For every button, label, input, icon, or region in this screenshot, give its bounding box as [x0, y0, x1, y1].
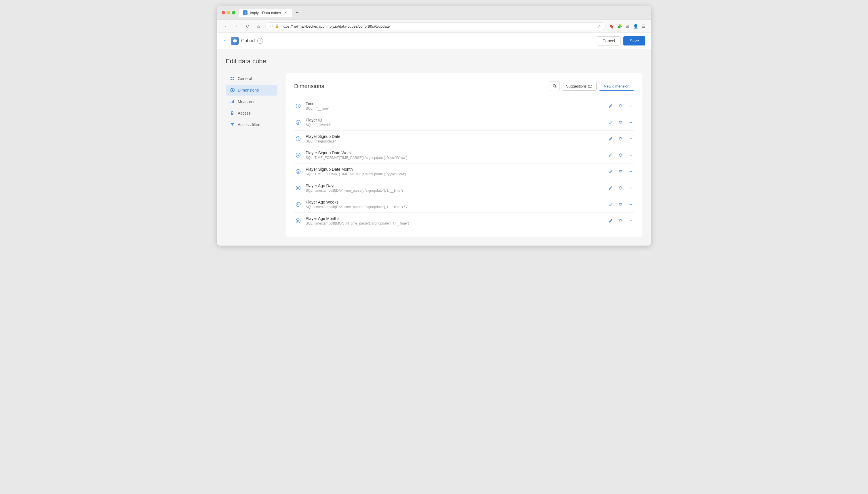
access-icon — [230, 111, 235, 116]
dim-delete-button-player-id[interactable] — [616, 118, 624, 126]
dim-delete-button-player-age-days[interactable] — [616, 184, 624, 192]
cancel-button[interactable]: Cancel — [597, 36, 620, 45]
minimize-window-button[interactable] — [227, 11, 230, 14]
dim-edit-button-player-signup-date[interactable] — [607, 135, 615, 143]
dim-edit-button-player-signup-date-week[interactable] — [607, 151, 615, 159]
dim-delete-button-player-signup-date[interactable] — [616, 135, 624, 143]
grid-icon[interactable]: ⊞ — [624, 23, 630, 29]
dimensions-header: Dimensions Suggestions (1) New dimension — [294, 81, 634, 91]
dim-delete-button-player-age-months[interactable] — [616, 217, 624, 225]
svg-point-17 — [631, 106, 632, 106]
address-bar[interactable]: 🛡 🔒 https://hellmar-becker.app.imply.io/… — [265, 22, 605, 30]
info-button[interactable]: i — [257, 38, 263, 44]
search-button[interactable] — [550, 81, 559, 91]
browser-window: I Imply - Data cubes ✕ + ‹ › ↺ ⌂ 🛡 🔒 htt… — [217, 6, 651, 246]
dim-more-button-player-signup-date-week[interactable] — [626, 151, 634, 159]
dim-edit-button-player-age-days[interactable] — [607, 184, 615, 192]
close-window-button[interactable] — [221, 11, 225, 14]
dim-more-button-player-age-days[interactable] — [626, 184, 634, 192]
new-dimension-button[interactable]: New dimension — [599, 82, 634, 91]
dim-more-button-player-id[interactable] — [626, 118, 634, 126]
dim-more-button-player-age-months[interactable] — [626, 217, 634, 225]
svg-point-12 — [553, 84, 556, 87]
dim-delete-button-time[interactable] — [616, 102, 624, 110]
svg-point-53 — [296, 219, 301, 223]
browser-tab-active[interactable]: I Imply - Data cubes ✕ — [239, 8, 292, 17]
extensions-icon[interactable]: 🧩 — [616, 23, 622, 29]
header-actions: Cancel Save — [597, 36, 645, 45]
sidebar-item-dimensions[interactable]: Dimensions — [226, 84, 277, 96]
dim-delete-button-player-signup-date-week[interactable] — [616, 151, 624, 159]
tab-favicon: I — [243, 11, 248, 15]
dim-info-player-age-days: Player Age Days SQL: timestampdiff(DAY, … — [306, 183, 607, 193]
star-icon[interactable]: ☆ — [598, 24, 601, 28]
dimensions-list: Time SQL: t."__time" — [294, 98, 634, 229]
dim-info-player-signup-date-month: Player Signup Date Month SQL: TIME_FORMA… — [306, 167, 607, 176]
save-button[interactable]: Save — [623, 36, 645, 45]
back-button[interactable]: ‹ — [221, 22, 230, 30]
sidebar-item-access-filters[interactable]: Access filters — [226, 119, 277, 130]
dim-delete-button-player-age-weeks[interactable] — [616, 201, 624, 208]
svg-point-42 — [629, 188, 629, 188]
svg-point-16 — [630, 106, 631, 106]
reload-button[interactable]: ↺ — [244, 22, 252, 30]
tab-bar: I Imply - Data cubes ✕ + — [239, 8, 647, 17]
tab-close-button[interactable]: ✕ — [283, 11, 288, 15]
sidebar-item-access[interactable]: Access — [226, 108, 277, 119]
shield-icon: 🛡 — [270, 24, 273, 28]
toolbar-actions: 🔖 🧩 ⊞ 👤 ☰ — [609, 23, 647, 29]
dim-icon-time — [294, 102, 302, 110]
svg-line-13 — [556, 87, 557, 88]
app-back-button[interactable]: ← — [223, 38, 228, 44]
dimension-row-player-id: A Player ID SQL: t."playerid" — [294, 114, 634, 131]
svg-text:A: A — [297, 121, 299, 124]
dim-edit-button-player-age-months[interactable] — [607, 217, 615, 225]
maximize-window-button[interactable] — [232, 11, 235, 14]
svg-point-45 — [296, 202, 301, 207]
dim-edit-button-player-id[interactable] — [607, 118, 615, 126]
home-button[interactable]: ⌂ — [254, 22, 263, 30]
dim-sql-player-id: SQL: t."playerid" — [306, 123, 607, 127]
header-buttons: Suggestions (1) New dimension — [550, 81, 634, 91]
dim-edit-button-player-signup-date-month[interactable] — [607, 168, 615, 176]
svg-point-22 — [631, 122, 632, 122]
browser-titlebar: I Imply - Data cubes ✕ + — [217, 6, 651, 20]
dim-more-button-player-age-weeks[interactable] — [626, 201, 634, 208]
svg-point-37 — [296, 186, 301, 190]
svg-point-30 — [630, 155, 631, 155]
svg-point-35 — [630, 171, 631, 172]
dim-info-player-signup-date: Player Signup Date SQL: t."signupdate" — [306, 134, 607, 144]
svg-text:A: A — [297, 170, 299, 173]
dim-name-player-age-months: Player Age Months — [306, 216, 607, 221]
new-tab-button[interactable]: + — [293, 8, 301, 17]
dim-edit-button-player-age-weeks[interactable] — [607, 201, 615, 208]
dim-actions-player-age-days — [607, 184, 634, 192]
sidebar-item-general[interactable]: General — [226, 73, 277, 84]
dim-actions-player-signup-date-week — [607, 151, 634, 159]
svg-point-34 — [629, 171, 629, 172]
dim-more-button-player-signup-date[interactable] — [626, 135, 634, 143]
dim-more-button-time[interactable] — [626, 102, 634, 110]
dim-delete-button-player-signup-date-month[interactable] — [616, 168, 624, 176]
dim-sql-player-age-months: SQL: timestampdiff(MONTH, time_parse(t."… — [306, 221, 607, 225]
address-security-icons: 🛡 🔒 — [270, 24, 279, 28]
dim-name-player-age-weeks: Player Age Weeks — [306, 200, 607, 204]
dim-actions-player-signup-date-month — [607, 168, 634, 176]
bookmarks-icon[interactable]: 🔖 — [609, 23, 614, 29]
menu-icon[interactable]: ☰ — [641, 23, 647, 29]
dim-icon-player-age-weeks — [294, 201, 302, 208]
dim-edit-button-time[interactable] — [607, 102, 615, 110]
suggestions-button[interactable]: Suggestions (1) — [562, 82, 597, 91]
dim-name-player-signup-date-month: Player Signup Date Month — [306, 167, 607, 172]
dim-icon-player-age-months — [294, 217, 302, 225]
svg-point-36 — [631, 171, 632, 172]
dimensions-section-title: Dimensions — [294, 83, 550, 90]
forward-button[interactable]: › — [233, 22, 240, 30]
svg-point-11 — [232, 113, 233, 114]
dimension-row-player-signup-date-month: A Player Signup Date Month SQL: TIME_FOR… — [294, 164, 634, 180]
lock-icon: 🔒 — [275, 24, 279, 28]
sidebar-item-measures[interactable]: Measures — [226, 96, 277, 107]
dim-more-button-player-signup-date-month[interactable] — [626, 168, 634, 176]
svg-rect-4 — [233, 79, 234, 80]
profile-icon[interactable]: 👤 — [633, 23, 638, 29]
